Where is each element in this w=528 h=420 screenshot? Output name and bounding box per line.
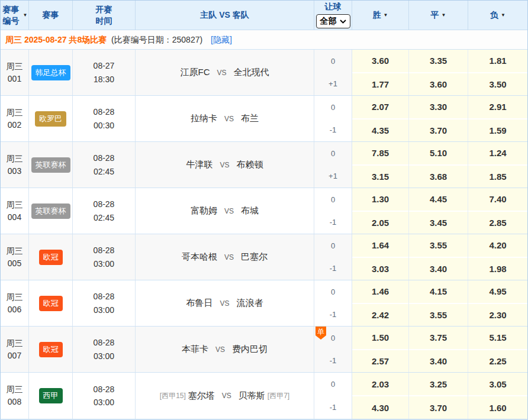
match-teams[interactable]: [西甲15] 塞尔塔 VS 贝蒂斯 [西甲7]: [136, 373, 314, 419]
win-odds[interactable]: 4.30: [352, 395, 408, 419]
match-no: 005: [8, 257, 21, 270]
lose-odds[interactable]: 4.20: [468, 234, 527, 257]
match-start-time: 02:45: [94, 165, 114, 178]
draw-odds[interactable]: 3.30: [409, 96, 468, 118]
league-badge[interactable]: 欧冠: [39, 296, 63, 311]
sort-arrow-icon[interactable]: ▼: [501, 12, 506, 18]
draw-odds[interactable]: 3.75: [409, 327, 468, 349]
draw-odds[interactable]: 3.55: [409, 303, 468, 327]
handicap-cell: 0 -1: [314, 280, 352, 326]
handicap-filter-select[interactable]: 全部: [316, 14, 350, 28]
match-start-time: 00:30: [94, 119, 114, 132]
draw-odds[interactable]: 3.70: [409, 395, 468, 419]
win-odds[interactable]: 1.46: [352, 280, 408, 303]
match-no: 008: [8, 396, 21, 408]
lose-odds[interactable]: 2.30: [468, 303, 527, 327]
lose-odds[interactable]: 3.50: [468, 72, 527, 96]
handicap-cell: 0 -1: [314, 234, 352, 280]
win-odds[interactable]: 7.85: [352, 142, 408, 164]
league-badge[interactable]: 欧冠: [39, 342, 63, 357]
away-team: 布兰: [241, 113, 259, 124]
lose-odds[interactable]: 1.98: [468, 257, 527, 280]
chevron-down-icon: [340, 20, 346, 24]
win-odds[interactable]: 2.57: [352, 349, 408, 373]
hide-link[interactable]: [隐藏]: [211, 35, 232, 44]
league-badge[interactable]: 欧罗巴: [35, 111, 66, 127]
win-odds-column: 1.46 2.42: [352, 280, 409, 326]
match-start-time: 02:45: [94, 211, 114, 224]
lose-odds-column: 4.20 1.98: [468, 234, 527, 280]
win-odds[interactable]: 3.15: [352, 164, 408, 188]
lose-odds[interactable]: 1.59: [468, 118, 527, 142]
draw-odds[interactable]: 3.70: [409, 118, 468, 142]
sort-arrow-icon[interactable]: ▼: [384, 12, 388, 18]
lose-odds[interactable]: 3.05: [468, 373, 527, 395]
draw-odds[interactable]: 3.68: [409, 164, 468, 188]
draw-odds[interactable]: 4.15: [409, 280, 468, 303]
handicap-value: -1: [314, 119, 352, 142]
win-odds[interactable]: 1.77: [352, 72, 408, 96]
match-teams[interactable]: 布鲁日 VS 流浪者: [136, 280, 314, 326]
win-odds[interactable]: 1.30: [352, 188, 408, 211]
vs-label: VS: [224, 253, 234, 261]
lose-odds[interactable]: 5.15: [468, 327, 527, 349]
draw-odds[interactable]: 3.40: [409, 349, 468, 373]
header-draw-label: 平: [431, 10, 439, 21]
draw-odds[interactable]: 3.40: [409, 257, 468, 280]
match-row: 周三 004 英联赛杯 08-28 02:45 富勒姆 VS 布城 0 -1 1…: [1, 188, 527, 234]
draw-odds[interactable]: 3.35: [409, 50, 468, 72]
match-teams[interactable]: 本菲卡 VS 费内巴切: [136, 327, 314, 372]
header-win[interactable]: 胜 ▼: [352, 1, 409, 30]
lose-odds[interactable]: 1.85: [468, 164, 527, 188]
match-teams[interactable]: 富勒姆 VS 布城: [136, 188, 314, 234]
match-date: 08-28: [94, 198, 115, 211]
win-odds[interactable]: 3.03: [352, 257, 408, 280]
draw-odds[interactable]: 3.25: [409, 373, 468, 395]
league-badge[interactable]: 韩足总杯: [31, 65, 70, 80]
lose-odds[interactable]: 1.81: [468, 50, 527, 72]
header-win-label: 胜: [373, 10, 381, 21]
lose-odds[interactable]: 2.91: [468, 96, 527, 118]
home-team: 牛津联: [186, 159, 213, 170]
win-odds-column: 3.60 1.77: [352, 50, 409, 95]
match-teams[interactable]: 拉纳卡 VS 布兰: [136, 96, 314, 141]
match-day: 周三: [7, 245, 23, 257]
draw-odds[interactable]: 5.10: [409, 142, 468, 164]
win-odds[interactable]: 2.03: [352, 373, 408, 395]
header-lose[interactable]: 负 ▼: [468, 1, 527, 30]
league-cell: 英联赛杯: [29, 188, 73, 234]
lose-odds[interactable]: 2.25: [468, 349, 527, 373]
header-draw[interactable]: 平 ▼: [409, 1, 468, 30]
league-cell: 欧冠: [29, 327, 73, 372]
sort-arrow-icon[interactable]: ▼: [23, 12, 28, 18]
header-match-no[interactable]: 赛事编号 ▼: [1, 1, 29, 30]
draw-odds[interactable]: 4.45: [409, 188, 468, 211]
league-badge[interactable]: 英联赛杯: [31, 203, 70, 219]
away-team: 贝蒂斯: [239, 390, 265, 402]
win-odds[interactable]: 1.64: [352, 234, 408, 257]
lose-odds[interactable]: 7.40: [468, 188, 527, 211]
draw-odds[interactable]: 3.45: [409, 211, 468, 234]
draw-odds[interactable]: 3.60: [409, 72, 468, 96]
match-teams[interactable]: 牛津联 VS 布赖顿: [136, 142, 314, 188]
handicap-value: 0: [314, 96, 352, 119]
league-cell: 欧冠: [29, 234, 73, 280]
win-odds[interactable]: 1.50: [352, 327, 408, 349]
league-badge[interactable]: 英联赛杯: [31, 157, 70, 173]
league-badge[interactable]: 欧冠: [39, 250, 63, 265]
league-badge[interactable]: 西甲: [39, 388, 63, 403]
win-odds[interactable]: 2.07: [352, 96, 408, 118]
win-odds[interactable]: 3.60: [352, 50, 408, 72]
draw-odds[interactable]: 3.55: [409, 234, 468, 257]
match-teams[interactable]: 江原FC VS 全北现代: [136, 50, 314, 95]
win-odds[interactable]: 2.05: [352, 211, 408, 234]
handicap-cell: 0 -1: [314, 96, 352, 141]
lose-odds[interactable]: 4.95: [468, 280, 527, 303]
lose-odds[interactable]: 2.85: [468, 211, 527, 234]
win-odds[interactable]: 2.42: [352, 303, 408, 327]
sort-arrow-icon[interactable]: ▼: [442, 12, 446, 18]
lose-odds[interactable]: 1.60: [468, 395, 527, 419]
win-odds[interactable]: 4.35: [352, 118, 408, 142]
match-teams[interactable]: 哥本哈根 VS 巴塞尔: [136, 234, 314, 280]
lose-odds[interactable]: 1.24: [468, 142, 527, 164]
